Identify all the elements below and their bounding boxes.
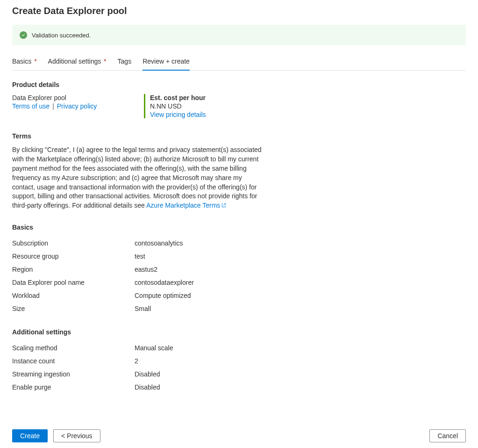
- tab-label: Tags: [118, 58, 132, 65]
- previous-button[interactable]: < Previous: [53, 429, 100, 442]
- product-details-heading: Product details: [12, 81, 466, 88]
- kv-workload: WorkloadCompute optimized: [12, 289, 466, 302]
- kv-val: Disabled: [135, 370, 160, 378]
- create-button[interactable]: Create: [12, 429, 48, 442]
- required-mark: *: [34, 58, 36, 65]
- kv-key: Data Explorer pool name: [12, 279, 135, 286]
- kv-key: Streaming ingestion: [12, 370, 135, 378]
- kv-val: Manual scale: [135, 344, 173, 352]
- kv-val: Compute optimized: [135, 292, 191, 299]
- kv-val: test: [135, 253, 145, 260]
- kv-val: eastus2: [135, 266, 157, 273]
- kv-key: Region: [12, 266, 135, 273]
- kv-val: 2: [135, 357, 138, 365]
- page-title: Create Data Explorer pool: [12, 6, 466, 16]
- marketplace-terms-link[interactable]: Azure Marketplace Terms: [146, 202, 227, 209]
- kv-key: Workload: [12, 292, 135, 299]
- product-name: Data Explorer pool: [12, 94, 135, 101]
- terms-body: By clicking "Create", I (a) agree to the…: [12, 146, 262, 209]
- kv-val: Disabled: [135, 383, 160, 391]
- separator: |: [52, 102, 54, 110]
- kv-key: Instance count: [12, 357, 135, 365]
- est-cost-label: Est. cost per hour: [150, 94, 206, 101]
- kv-streaming-ingestion: Streaming ingestionDisabled: [12, 368, 466, 381]
- tab-review-create[interactable]: Review + create: [143, 54, 190, 71]
- est-cost-value: N.NN USD: [150, 102, 206, 110]
- kv-region: Regioneastus2: [12, 263, 466, 276]
- tab-additional-settings[interactable]: Additional settings *: [48, 54, 107, 70]
- cancel-button[interactable]: Cancel: [429, 429, 466, 442]
- kv-subscription: Subscriptioncontosoanalytics: [12, 237, 466, 250]
- external-link-icon: [221, 202, 227, 208]
- required-mark: *: [104, 58, 106, 65]
- kv-key: Size: [12, 305, 135, 312]
- terms-heading: Terms: [12, 132, 466, 140]
- tabs: Basics * Additional settings * Tags Revi…: [12, 54, 466, 71]
- terms-of-use-link[interactable]: Terms of use: [12, 102, 50, 110]
- validation-banner: Validation succeeded.: [12, 25, 466, 45]
- footer: Create < Previous Cancel: [12, 429, 466, 442]
- additional-settings-heading: Additional settings: [12, 328, 466, 336]
- kv-instance-count: Instance count2: [12, 354, 466, 368]
- tab-tags[interactable]: Tags: [118, 54, 132, 70]
- kv-pool-name: Data Explorer pool namecontosodataexplor…: [12, 276, 466, 289]
- kv-scaling-method: Scaling methodManual scale: [12, 341, 466, 354]
- tab-basics[interactable]: Basics *: [12, 54, 37, 70]
- kv-key: Subscription: [12, 239, 135, 247]
- kv-size: SizeSmall: [12, 302, 466, 315]
- success-icon: [20, 31, 27, 39]
- kv-enable-purge: Enable purgeDisabled: [12, 381, 466, 394]
- kv-key: Enable purge: [12, 383, 135, 391]
- tab-label: Additional settings: [48, 58, 101, 65]
- marketplace-terms-label: Azure Marketplace Terms: [146, 202, 220, 209]
- terms-text: By clicking "Create", I (a) agree to the…: [12, 145, 262, 210]
- kv-val: contosodataexplorer: [135, 279, 194, 286]
- validation-message: Validation succeeded.: [32, 32, 91, 39]
- kv-val: contosoanalytics: [135, 239, 183, 247]
- kv-key: Resource group: [12, 253, 135, 260]
- kv-resource-group: Resource grouptest: [12, 250, 466, 263]
- kv-key: Scaling method: [12, 344, 135, 352]
- view-pricing-link[interactable]: View pricing details: [150, 111, 206, 118]
- tab-label: Review + create: [143, 58, 190, 65]
- basics-heading: Basics: [12, 224, 466, 231]
- tab-label: Basics: [12, 58, 31, 65]
- kv-val: Small: [135, 305, 151, 312]
- privacy-policy-link[interactable]: Privacy policy: [57, 102, 97, 110]
